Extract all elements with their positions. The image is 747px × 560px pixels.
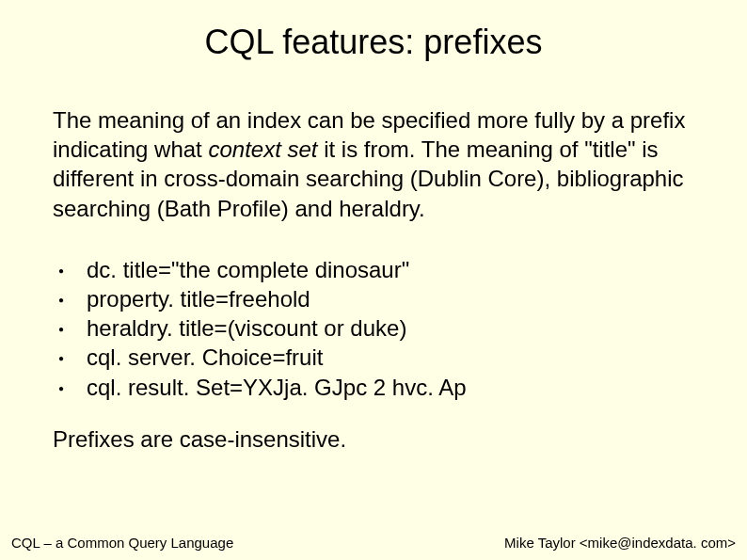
list-item: ●cql. result. Set=YXJja. GJpc 2 hvc. Ap <box>53 373 747 402</box>
slide: CQL features: prefixes The meaning of an… <box>0 0 747 560</box>
paragraph-italic: context set <box>208 136 317 162</box>
example-text: cql. result. Set=YXJja. GJpc 2 hvc. Ap <box>87 375 467 400</box>
example-text: property. title=freehold <box>87 286 310 312</box>
bullet-icon: ● <box>58 294 64 306</box>
example-text: cql. server. Choice=fruit <box>87 344 323 370</box>
slide-title: CQL features: prefixes <box>0 0 747 81</box>
bullet-icon: ● <box>58 323 64 335</box>
bullet-icon: ● <box>58 264 64 277</box>
example-text: dc. title="the complete dinosaur" <box>87 257 409 282</box>
list-item: ●cql. server. Choice=fruit <box>53 343 747 372</box>
body-paragraph: The meaning of an index can be specified… <box>0 105 747 223</box>
list-item: ●heraldry. title=(viscount or duke) <box>53 313 747 343</box>
list-item: ●dc. title="the complete dinosaur" <box>53 255 747 284</box>
example-text: heraldry. title=(viscount or duke) <box>87 315 406 341</box>
closing-text: Prefixes are case-insensitive. <box>0 426 747 453</box>
bullet-icon: ● <box>58 382 64 394</box>
footer-left: CQL – a Common Query Language <box>11 535 233 551</box>
bullet-icon: ● <box>58 352 64 364</box>
list-item: ●property. title=freehold <box>53 284 747 313</box>
examples-list: ●dc. title="the complete dinosaur" ●prop… <box>0 255 747 402</box>
footer: CQL – a Common Query Language Mike Taylo… <box>0 535 747 551</box>
footer-right: Mike Taylor <mike@indexdata. com> <box>504 535 736 551</box>
